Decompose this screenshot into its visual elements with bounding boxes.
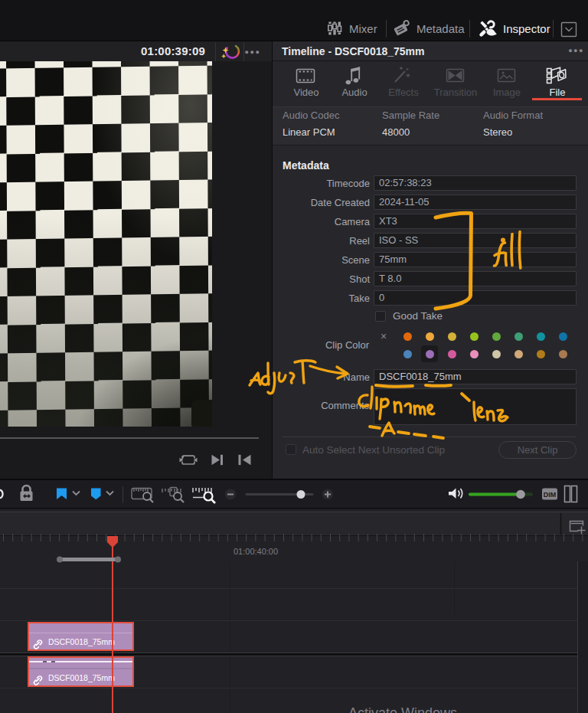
svg-text:DIM: DIM — [544, 491, 557, 499]
